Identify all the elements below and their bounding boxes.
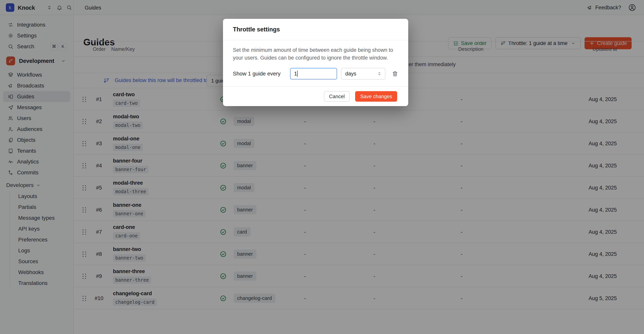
- throttle-interval-input[interactable]: 1: [290, 68, 337, 80]
- throttle-unit-select[interactable]: days: [341, 68, 385, 80]
- interval-value: 1: [294, 71, 297, 77]
- select-stepper-icon: [377, 71, 382, 76]
- cancel-button[interactable]: Cancel: [324, 91, 350, 102]
- text-caret: [297, 71, 298, 77]
- trash-icon: [392, 70, 398, 77]
- modal-title: Throttle settings: [233, 26, 280, 33]
- modal-description: Set the minimum amount of time between e…: [233, 46, 394, 62]
- unit-value: days: [345, 71, 356, 77]
- remove-throttle-button[interactable]: [392, 70, 398, 77]
- throttle-form-row: Show 1 guide every 1 days: [233, 68, 398, 80]
- throttle-settings-modal: Throttle settings Set the minimum amount…: [223, 19, 408, 106]
- modal-footer: Cancel Save changes: [223, 86, 408, 106]
- throttle-form-label: Show 1 guide every: [233, 71, 280, 77]
- modal-header: Throttle settings: [223, 19, 408, 40]
- save-changes-button[interactable]: Save changes: [355, 91, 397, 102]
